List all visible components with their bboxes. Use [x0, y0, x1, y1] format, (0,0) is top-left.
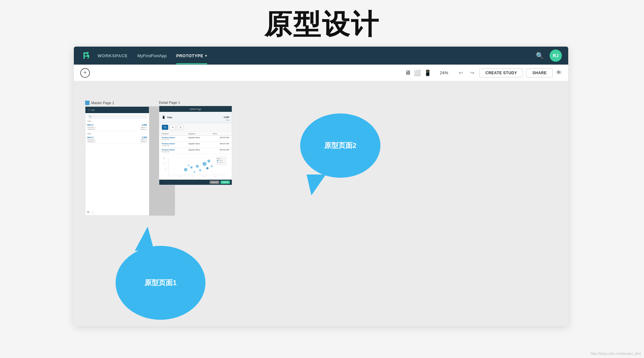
svg-point-11	[184, 168, 187, 172]
dp-table: Product Supplier Price Product NameProdu…	[159, 132, 232, 154]
svg-text:50: 50	[164, 163, 165, 164]
nav-app-name[interactable]: MyFirstFioriApp	[137, 53, 167, 58]
table-row: Product NameProduct ID Supplier Name 190…	[159, 142, 232, 148]
page-title-area: 原型设计	[0, 0, 644, 47]
bubble-chart: 100 50 20 5 10 15 20 25	[162, 155, 229, 178]
app-window: WORKSPACE MyFirstFioriApp PROTOTYPE ▾ 🔍 …	[74, 47, 568, 326]
dp-footer: Approve Order ▸	[159, 180, 232, 185]
mp-section-title-2: Title	[87, 133, 147, 135]
dp-action-bar: ✎ ✕ ⎘	[159, 123, 232, 132]
dp-nav-bar: Detail Page	[159, 106, 232, 112]
svg-point-20	[211, 166, 213, 167]
svg-point-17	[194, 171, 195, 173]
dp-edit-btn[interactable]: ✎	[162, 125, 168, 130]
tablet-portrait-icon[interactable]: 📱	[424, 69, 431, 76]
dp-approve-btn[interactable]: Order ▸	[221, 181, 230, 184]
dp-col-supplier: Supplier	[186, 132, 210, 136]
app-logo[interactable]	[80, 50, 92, 61]
mp-search-icon: 🔍	[89, 115, 91, 118]
svg-text:25: 25	[214, 176, 216, 177]
frame-icon	[85, 101, 90, 105]
callout-bubble-1: 原型页面1	[116, 246, 205, 320]
nav-search-icon[interactable]: 🔍	[536, 52, 544, 59]
create-study-button[interactable]: CREATE STUDY	[479, 68, 523, 77]
callout-1-text: 原型页面1	[144, 278, 177, 288]
prototype-dropdown-arrow: ▾	[205, 54, 207, 58]
svg-point-18	[206, 167, 208, 169]
redo-button[interactable]: ↪	[468, 69, 476, 76]
svg-point-19	[188, 165, 189, 166]
detail-page-content: Detail Page 📱 Title 1,000 USD ✎ ✕ ⎘	[159, 106, 232, 185]
mp-list-item-2[interactable]: Item 2 Attribute 1Attribute 2 2,000 Stat…	[87, 135, 147, 144]
svg-text:20: 20	[203, 176, 204, 177]
dp-col-product: Product	[159, 132, 186, 136]
mp-nav-text: List	[91, 109, 94, 111]
device-icons: 🖥 ⬜ 📱	[405, 69, 431, 76]
svg-point-23	[217, 160, 219, 161]
page-title: 原型设计	[264, 9, 380, 40]
svg-point-14	[203, 162, 207, 166]
master-page-content: ◁ List 🔍 Title Item 2 Attribute 1Attribu…	[85, 106, 149, 216]
toolbar: + 🖥 ⬜ 📱 24% ↩ ↪ CREATE STUDY SHARE 👁	[74, 65, 568, 81]
nav-prototype[interactable]: PROTOTYPE ▾	[176, 53, 207, 58]
share-button[interactable]: SHARE	[526, 68, 553, 77]
svg-point-13	[196, 165, 199, 168]
detail-page-wrapper: Detail Page 1 Detail Page 📱 Title 1,000 …	[159, 101, 232, 185]
mp-section-2: Title Item 2 Attribute 1Attribute 2 2,00…	[87, 133, 147, 144]
svg-text:100: 100	[163, 158, 165, 159]
mp-section-title-1: Title	[87, 120, 147, 122]
dp-col-price: Price	[210, 132, 232, 136]
callout-bubble-2: 原型页面2	[300, 113, 380, 178]
svg-point-15	[207, 160, 210, 163]
dp-chart-area: 100 50 20 5 10 15 20 25	[159, 154, 232, 180]
undo-button[interactable]: ↩	[457, 69, 465, 76]
add-button[interactable]: +	[80, 68, 90, 78]
mp-section-1: Title Item 2 Attribute 1Attribute 2 2,00…	[87, 120, 147, 131]
nav-bar: WORKSPACE MyFirstFioriApp PROTOTYPE ▾ 🔍 …	[74, 47, 568, 65]
dp-header-amount: 1,000 USD	[223, 113, 229, 121]
svg-point-12	[190, 166, 193, 168]
svg-text:10: 10	[180, 176, 181, 177]
dp-header: 📱 Title 1,000 USD	[159, 112, 232, 123]
mp-footer-icon: ⊞	[87, 210, 90, 214]
mp-back-icon: ◁	[87, 108, 90, 112]
watermark: http://blog.csdn.net/jiangbo_phd	[591, 352, 641, 355]
mp-list-item-1[interactable]: Item 2 Attribute 1Attribute 2 2,000 Stat…	[87, 123, 147, 131]
dp-device-icon: 📱	[162, 116, 165, 119]
callout-2-text: 原型页面2	[324, 141, 356, 150]
nav-workspace[interactable]: WORKSPACE	[98, 53, 128, 58]
canvas-area[interactable]: Master Page 1 ◁ List 🔍 Title	[74, 81, 568, 326]
dp-delete-btn[interactable]: ✕	[170, 125, 176, 130]
dp-header-title: Title	[167, 116, 172, 119]
preview-icon[interactable]: 👁	[556, 69, 562, 76]
svg-text:Series B: Series B	[219, 162, 222, 163]
mp-search-bar[interactable]: 🔍	[87, 114, 147, 119]
svg-text:Legend: Legend	[217, 158, 221, 159]
detail-page-title: Detail Page 1	[159, 101, 232, 104]
mp-nav-bar: ◁ List	[85, 107, 149, 113]
svg-text:Series A: Series A	[219, 160, 222, 161]
dp-reject-btn[interactable]: Approve	[210, 181, 220, 184]
table-row: Product NameProduct ID Supplier Name 190…	[159, 136, 232, 142]
svg-point-16	[199, 169, 201, 171]
desktop-icon[interactable]: 🖥	[405, 69, 411, 76]
zoom-level: 24%	[438, 70, 450, 75]
svg-text:20: 20	[165, 169, 166, 170]
tablet-landscape-icon[interactable]: ⬜	[414, 69, 421, 76]
dp-nav-title: Detail Page	[190, 108, 201, 110]
svg-text:5: 5	[168, 176, 169, 177]
mp-footer-icon2: ⬚	[91, 210, 94, 214]
svg-point-25	[217, 162, 219, 163]
svg-text:15: 15	[191, 176, 193, 177]
dp-copy-btn[interactable]: ⎘	[177, 125, 184, 130]
table-row: Product NameProduct ID Supplier Name 190…	[159, 148, 232, 154]
nav-avatar[interactable]: RJ	[550, 49, 562, 62]
